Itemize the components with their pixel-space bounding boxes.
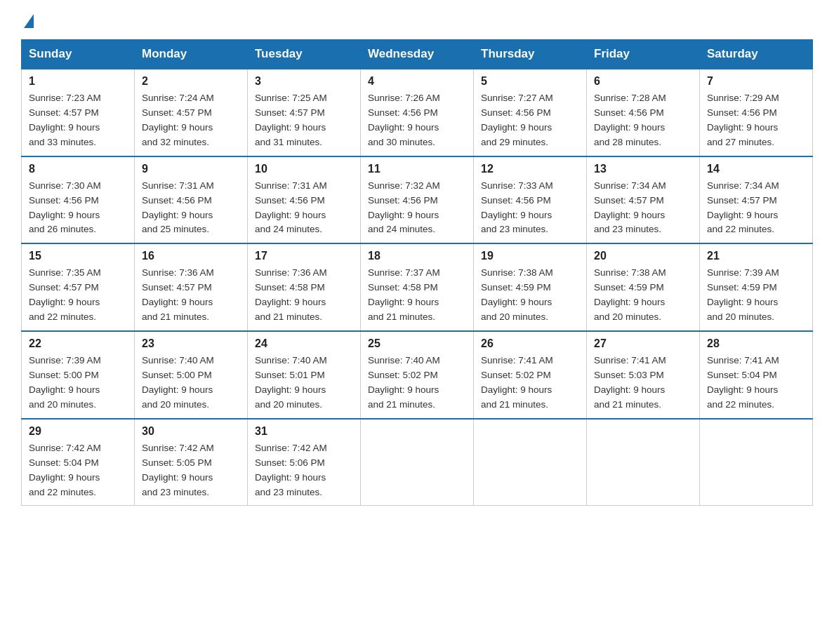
day-number: 24	[255, 337, 353, 350]
day-number: 1	[29, 75, 127, 88]
day-info: Sunrise: 7:27 AM Sunset: 4:56 PM Dayligh…	[481, 91, 579, 150]
day-info: Sunrise: 7:31 AM Sunset: 4:56 PM Dayligh…	[142, 179, 240, 238]
calendar-cell: 13 Sunrise: 7:34 AM Sunset: 4:57 PM Dayl…	[587, 156, 700, 244]
calendar-cell: 16 Sunrise: 7:36 AM Sunset: 4:57 PM Dayl…	[135, 243, 248, 331]
day-number: 23	[142, 337, 240, 350]
calendar-cell: 21 Sunrise: 7:39 AM Sunset: 4:59 PM Dayl…	[700, 243, 813, 331]
calendar-table: SundayMondayTuesdayWednesdayThursdayFrid…	[21, 39, 813, 506]
day-info: Sunrise: 7:34 AM Sunset: 4:57 PM Dayligh…	[707, 179, 805, 238]
page-header	[21, 14, 813, 27]
week-row-4: 22 Sunrise: 7:39 AM Sunset: 5:00 PM Dayl…	[22, 331, 813, 419]
calendar-cell: 19 Sunrise: 7:38 AM Sunset: 4:59 PM Dayl…	[474, 243, 587, 331]
calendar-cell: 9 Sunrise: 7:31 AM Sunset: 4:56 PM Dayli…	[135, 156, 248, 244]
calendar-cell: 29 Sunrise: 7:42 AM Sunset: 5:04 PM Dayl…	[22, 419, 135, 506]
calendar-cell: 4 Sunrise: 7:26 AM Sunset: 4:56 PM Dayli…	[361, 69, 474, 156]
day-number: 3	[255, 75, 353, 88]
calendar-cell: 30 Sunrise: 7:42 AM Sunset: 5:05 PM Dayl…	[135, 419, 248, 506]
day-info: Sunrise: 7:29 AM Sunset: 4:56 PM Dayligh…	[707, 91, 805, 150]
day-number: 26	[481, 337, 579, 350]
day-info: Sunrise: 7:41 AM Sunset: 5:03 PM Dayligh…	[594, 354, 692, 412]
day-number: 16	[142, 250, 240, 262]
day-number: 25	[368, 337, 466, 350]
day-info: Sunrise: 7:32 AM Sunset: 4:56 PM Dayligh…	[368, 179, 466, 238]
weekday-header-sunday: Sunday	[22, 40, 135, 69]
logo-triangle-icon	[24, 14, 34, 28]
day-info: Sunrise: 7:40 AM Sunset: 5:02 PM Dayligh…	[368, 354, 466, 412]
logo	[21, 14, 34, 27]
day-info: Sunrise: 7:40 AM Sunset: 5:01 PM Dayligh…	[255, 354, 353, 412]
day-number: 10	[255, 163, 353, 175]
day-info: Sunrise: 7:31 AM Sunset: 4:56 PM Dayligh…	[255, 179, 353, 238]
calendar-cell: 18 Sunrise: 7:37 AM Sunset: 4:58 PM Dayl…	[361, 243, 474, 331]
weekday-header-wednesday: Wednesday	[361, 40, 474, 69]
day-number: 13	[594, 163, 692, 175]
day-number: 12	[481, 163, 579, 175]
day-info: Sunrise: 7:36 AM Sunset: 4:57 PM Dayligh…	[142, 266, 240, 325]
calendar-cell	[587, 419, 700, 506]
weekday-header-tuesday: Tuesday	[248, 40, 361, 69]
day-info: Sunrise: 7:34 AM Sunset: 4:57 PM Dayligh…	[594, 179, 692, 238]
calendar-cell: 6 Sunrise: 7:28 AM Sunset: 4:56 PM Dayli…	[587, 69, 700, 156]
day-info: Sunrise: 7:40 AM Sunset: 5:00 PM Dayligh…	[142, 354, 240, 412]
calendar-cell: 27 Sunrise: 7:41 AM Sunset: 5:03 PM Dayl…	[587, 331, 700, 419]
week-row-2: 8 Sunrise: 7:30 AM Sunset: 4:56 PM Dayli…	[22, 156, 813, 244]
day-info: Sunrise: 7:37 AM Sunset: 4:58 PM Dayligh…	[368, 266, 466, 325]
week-row-1: 1 Sunrise: 7:23 AM Sunset: 4:57 PM Dayli…	[22, 69, 813, 156]
day-info: Sunrise: 7:41 AM Sunset: 5:02 PM Dayligh…	[481, 354, 579, 412]
day-info: Sunrise: 7:38 AM Sunset: 4:59 PM Dayligh…	[481, 266, 579, 325]
calendar-cell: 8 Sunrise: 7:30 AM Sunset: 4:56 PM Dayli…	[22, 156, 135, 244]
day-info: Sunrise: 7:36 AM Sunset: 4:58 PM Dayligh…	[255, 266, 353, 325]
day-info: Sunrise: 7:25 AM Sunset: 4:57 PM Dayligh…	[255, 91, 353, 150]
day-number: 27	[594, 337, 692, 350]
day-number: 28	[707, 337, 805, 350]
day-number: 18	[368, 250, 466, 262]
calendar-cell: 7 Sunrise: 7:29 AM Sunset: 4:56 PM Dayli…	[700, 69, 813, 156]
day-info: Sunrise: 7:39 AM Sunset: 4:59 PM Dayligh…	[707, 266, 805, 325]
day-number: 6	[594, 75, 692, 88]
day-number: 14	[707, 163, 805, 175]
week-row-3: 15 Sunrise: 7:35 AM Sunset: 4:57 PM Dayl…	[22, 243, 813, 331]
calendar-cell: 22 Sunrise: 7:39 AM Sunset: 5:00 PM Dayl…	[22, 331, 135, 419]
weekday-header-row: SundayMondayTuesdayWednesdayThursdayFrid…	[22, 40, 813, 69]
calendar-cell: 31 Sunrise: 7:42 AM Sunset: 5:06 PM Dayl…	[248, 419, 361, 506]
day-info: Sunrise: 7:42 AM Sunset: 5:04 PM Dayligh…	[29, 441, 127, 500]
day-number: 11	[368, 163, 466, 175]
weekday-header-monday: Monday	[135, 40, 248, 69]
day-info: Sunrise: 7:33 AM Sunset: 4:56 PM Dayligh…	[481, 179, 579, 238]
calendar-cell: 5 Sunrise: 7:27 AM Sunset: 4:56 PM Dayli…	[474, 69, 587, 156]
calendar-cell: 3 Sunrise: 7:25 AM Sunset: 4:57 PM Dayli…	[248, 69, 361, 156]
calendar-cell: 10 Sunrise: 7:31 AM Sunset: 4:56 PM Dayl…	[248, 156, 361, 244]
day-number: 5	[481, 75, 579, 88]
day-info: Sunrise: 7:38 AM Sunset: 4:59 PM Dayligh…	[594, 266, 692, 325]
day-number: 21	[707, 250, 805, 262]
calendar-cell: 2 Sunrise: 7:24 AM Sunset: 4:57 PM Dayli…	[135, 69, 248, 156]
day-info: Sunrise: 7:26 AM Sunset: 4:56 PM Dayligh…	[368, 91, 466, 150]
calendar-cell: 15 Sunrise: 7:35 AM Sunset: 4:57 PM Dayl…	[22, 243, 135, 331]
day-info: Sunrise: 7:41 AM Sunset: 5:04 PM Dayligh…	[707, 354, 805, 412]
day-info: Sunrise: 7:24 AM Sunset: 4:57 PM Dayligh…	[142, 91, 240, 150]
day-number: 30	[142, 425, 240, 438]
day-info: Sunrise: 7:23 AM Sunset: 4:57 PM Dayligh…	[29, 91, 127, 150]
weekday-header-saturday: Saturday	[700, 40, 813, 69]
day-number: 19	[481, 250, 579, 262]
day-number: 4	[368, 75, 466, 88]
calendar-cell: 11 Sunrise: 7:32 AM Sunset: 4:56 PM Dayl…	[361, 156, 474, 244]
day-info: Sunrise: 7:42 AM Sunset: 5:06 PM Dayligh…	[255, 441, 353, 500]
weekday-header-friday: Friday	[587, 40, 700, 69]
calendar-cell: 23 Sunrise: 7:40 AM Sunset: 5:00 PM Dayl…	[135, 331, 248, 419]
day-info: Sunrise: 7:42 AM Sunset: 5:05 PM Dayligh…	[142, 441, 240, 500]
calendar-cell: 25 Sunrise: 7:40 AM Sunset: 5:02 PM Dayl…	[361, 331, 474, 419]
calendar-cell: 26 Sunrise: 7:41 AM Sunset: 5:02 PM Dayl…	[474, 331, 587, 419]
day-info: Sunrise: 7:39 AM Sunset: 5:00 PM Dayligh…	[29, 354, 127, 412]
calendar-cell: 17 Sunrise: 7:36 AM Sunset: 4:58 PM Dayl…	[248, 243, 361, 331]
weekday-header-thursday: Thursday	[474, 40, 587, 69]
day-info: Sunrise: 7:35 AM Sunset: 4:57 PM Dayligh…	[29, 266, 127, 325]
calendar-cell: 24 Sunrise: 7:40 AM Sunset: 5:01 PM Dayl…	[248, 331, 361, 419]
day-number: 22	[29, 337, 127, 350]
day-info: Sunrise: 7:30 AM Sunset: 4:56 PM Dayligh…	[29, 179, 127, 238]
calendar-cell: 28 Sunrise: 7:41 AM Sunset: 5:04 PM Dayl…	[700, 331, 813, 419]
calendar-cell: 14 Sunrise: 7:34 AM Sunset: 4:57 PM Dayl…	[700, 156, 813, 244]
day-info: Sunrise: 7:28 AM Sunset: 4:56 PM Dayligh…	[594, 91, 692, 150]
day-number: 15	[29, 250, 127, 262]
calendar-cell	[474, 419, 587, 506]
